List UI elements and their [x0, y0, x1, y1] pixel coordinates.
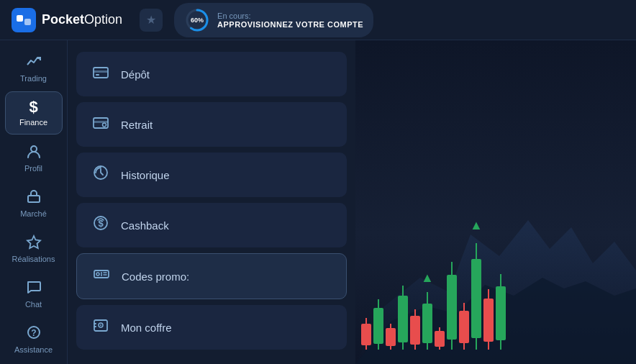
- finance-item-codes-promo[interactable]: Codes promo:: [76, 253, 347, 299]
- sidebar-item-assistance[interactable]: ? Assistance: [5, 317, 63, 361]
- historique-label: Historique: [121, 169, 170, 181]
- mon-coffre-label: Mon coffre: [121, 322, 172, 334]
- sidebar-profil-label: Profil: [24, 164, 42, 173]
- svg-marker-6: [27, 236, 40, 248]
- candle-7: [435, 327, 445, 350]
- sidebar-item-trading[interactable]: Trading: [5, 46, 63, 90]
- candle-8: [447, 262, 457, 350]
- candle-12: [496, 274, 506, 350]
- progress-circle: 60%: [184, 7, 210, 33]
- candlestick-chart: ▲ ▲: [355, 134, 636, 350]
- candle-1: [361, 318, 371, 350]
- candle-4: [398, 286, 408, 350]
- progress-text: En cours: APPROVISIONNEZ VOTRE COMPTE: [217, 12, 363, 29]
- logo-area: PocketOption: [12, 8, 122, 32]
- candle-2: [373, 299, 383, 350]
- marche-icon: [26, 188, 42, 206]
- depot-icon: [91, 63, 111, 85]
- historique-icon: [91, 164, 111, 186]
- retrait-icon: [91, 114, 111, 135]
- finance-panel: Dépôt Retrait Historique: [68, 40, 355, 364]
- sidebar-finance-label: Finance: [19, 118, 47, 127]
- svg-rect-11: [96, 74, 99, 76]
- en-cours-label: En cours:: [217, 12, 363, 20]
- sidebar-trading-label: Trading: [20, 74, 47, 83]
- mon-coffre-icon: [91, 317, 111, 338]
- sidebar-item-realisations[interactable]: Réalisations: [5, 227, 63, 270]
- svg-rect-13: [94, 121, 108, 123]
- sidebar-marche-label: Marché: [20, 209, 47, 218]
- svg-rect-10: [94, 70, 108, 73]
- finance-icon: $: [29, 99, 37, 115]
- svg-rect-1: [24, 19, 31, 25]
- svg-point-14: [103, 123, 106, 127]
- sidebar-item-profil[interactable]: Profil: [5, 136, 63, 180]
- svg-text:?: ?: [31, 328, 36, 338]
- main-content: Trading $ Finance Profil Marché: [0, 40, 636, 364]
- svg-rect-5: [28, 196, 40, 202]
- sidebar: Trading $ Finance Profil Marché: [0, 40, 68, 364]
- profil-icon: [26, 143, 42, 161]
- sidebar-item-finance[interactable]: $ Finance: [5, 91, 63, 135]
- finance-item-depot[interactable]: Dépôt: [76, 52, 347, 96]
- cashback-label: Cashback: [121, 219, 169, 232]
- chart-area: ▲ ▲: [355, 40, 636, 364]
- sidebar-item-chat[interactable]: Chat: [5, 272, 63, 316]
- star-button[interactable]: ★: [140, 9, 163, 32]
- trading-icon: [26, 53, 42, 71]
- progress-percent: 60%: [191, 17, 204, 24]
- progress-area[interactable]: 60% En cours: APPROVISIONNEZ VOTRE COMPT…: [174, 3, 373, 37]
- logo-icon: [12, 8, 36, 32]
- finance-item-mon-coffre[interactable]: Mon coffre: [76, 305, 347, 350]
- appro-label: APPROVISIONNEZ VOTRE COMPTE: [217, 20, 363, 29]
- depot-label: Dépôt: [121, 68, 150, 81]
- finance-item-retrait[interactable]: Retrait: [76, 102, 347, 147]
- realisations-icon: [26, 234, 42, 252]
- finance-item-historique[interactable]: Historique: [76, 153, 347, 197]
- svg-rect-0: [17, 15, 23, 22]
- sidebar-realisations-label: Réalisations: [12, 255, 55, 263]
- candle-5: [410, 309, 420, 350]
- cashback-icon: $: [91, 214, 111, 236]
- sidebar-chat-label: Chat: [25, 300, 42, 309]
- candle-11: [483, 289, 494, 350]
- logo-text: PocketOption: [42, 12, 122, 27]
- candle-9: [459, 303, 469, 350]
- finance-item-cashback[interactable]: $ Cashback: [76, 203, 347, 247]
- chat-icon: [26, 279, 42, 297]
- sidebar-assistance-label: Assistance: [14, 345, 53, 354]
- header: PocketOption ★ 60% En cours: APPROVISION…: [0, 0, 636, 40]
- codes-promo-icon: [91, 265, 112, 287]
- sidebar-item-marche[interactable]: Marché: [5, 181, 63, 225]
- svg-point-19: [96, 273, 99, 276]
- candle-3: [386, 324, 396, 350]
- assistance-icon: ?: [26, 324, 42, 342]
- codes-promo-label: Codes promo:: [122, 270, 189, 283]
- retrait-label: Retrait: [121, 119, 153, 131]
- svg-point-4: [31, 146, 37, 152]
- svg-point-25: [100, 324, 101, 326]
